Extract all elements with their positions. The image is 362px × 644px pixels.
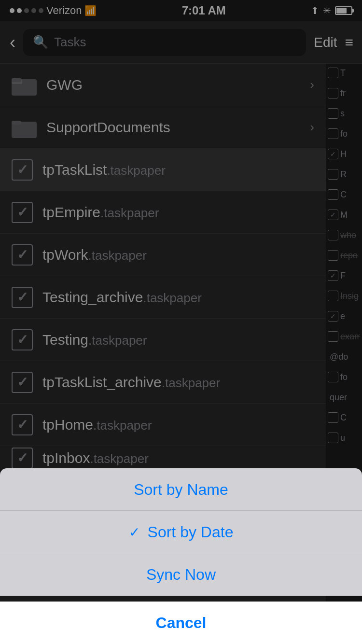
action-sheet: Sort by Name ✓ Sort by Date Sync Now Can… <box>0 468 362 644</box>
cancel-label: Cancel <box>156 614 207 632</box>
sync-now-button[interactable]: Sync Now <box>0 553 362 596</box>
sort-by-date-button[interactable]: ✓ Sort by Date <box>0 511 362 553</box>
action-group: Sort by Name ✓ Sort by Date Sync Now <box>0 468 362 596</box>
sort-by-date-label: Sort by Date <box>148 523 234 541</box>
cancel-button[interactable]: Cancel <box>0 602 362 644</box>
sort-by-name-label: Sort by Name <box>134 481 228 499</box>
sort-by-name-button[interactable]: Sort by Name <box>0 468 362 511</box>
selected-check-icon: ✓ <box>129 524 140 540</box>
sync-now-label: Sync Now <box>146 566 216 584</box>
cancel-group: Cancel <box>0 602 362 644</box>
